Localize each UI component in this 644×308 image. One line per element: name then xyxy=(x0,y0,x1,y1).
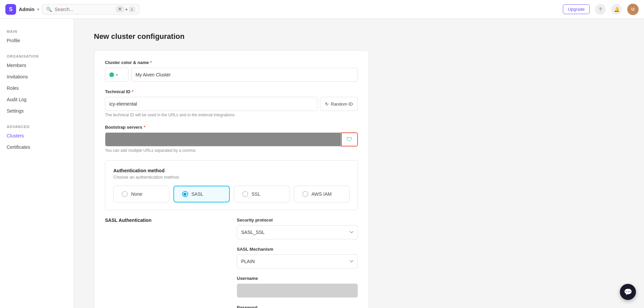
sidebar-item-invitations[interactable]: Invitations xyxy=(0,71,73,82)
sidebar-item-members[interactable]: Members xyxy=(0,60,73,71)
bootstrap-servers-input[interactable] xyxy=(105,132,341,146)
page-title: New cluster configuration xyxy=(94,32,624,41)
main-content: New cluster configuration Cluster color … xyxy=(74,19,644,308)
radio-ssl xyxy=(242,191,248,197)
sasl-mechanism-select[interactable]: PLAIN SCRAM-SHA-256 SCRAM-SHA-512 GSSAPI xyxy=(237,254,358,268)
shortcut-k: k xyxy=(129,7,135,12)
topnav-right: Upgrade ? 🔔 U xyxy=(563,4,639,15)
search-bar[interactable]: 🔍 ⌘ + k xyxy=(42,4,140,14)
topnav: S Admin ▾ 🔍 ⌘ + k Upgrade ? 🔔 U xyxy=(0,0,644,19)
layout: MAIN Profile ORGANISATION Members Invita… xyxy=(0,19,644,308)
color-dot xyxy=(109,72,114,77)
avatar[interactable]: U xyxy=(627,4,639,15)
color-name-row: ▾ xyxy=(105,68,358,82)
auth-section: Authentication method Choose an authenti… xyxy=(105,160,358,210)
auth-method-desc: Choose an authentication method. xyxy=(113,175,350,180)
shortcut-plus: + xyxy=(125,7,128,12)
cluster-name-group: Cluster color & name * ▾ xyxy=(105,60,358,82)
search-input[interactable] xyxy=(55,7,113,12)
admin-label: Admin xyxy=(19,6,35,12)
sidebar-item-audit-log[interactable]: Audit Log xyxy=(0,94,73,105)
radio-dot-sasl xyxy=(183,193,186,196)
topnav-left: S Admin ▾ 🔍 ⌘ + k xyxy=(5,4,139,15)
color-picker-button[interactable]: ▾ xyxy=(105,68,128,82)
required-star-bootstrap: * xyxy=(144,125,145,130)
auth-method-title: Authentication method xyxy=(113,168,350,173)
security-protocol-group: Security protocol SASL_SSL SASL_PLAINTEX… xyxy=(237,218,358,239)
admin-chevron-icon[interactable]: ▾ xyxy=(37,7,39,12)
bootstrap-servers-hint: You can add multiple URLs separated by a… xyxy=(105,148,358,153)
radio-none xyxy=(122,191,128,197)
username-input[interactable] xyxy=(237,284,358,298)
security-protocol-select[interactable]: SASL_SSL SASL_PLAINTEXT PLAINTEXT SSL xyxy=(237,225,358,239)
sidebar-item-profile[interactable]: Profile xyxy=(0,35,73,46)
bootstrap-servers-label: Bootstrap servers * xyxy=(105,125,358,130)
sasl-mechanism-group: SASL Mechanism PLAIN SCRAM-SHA-256 SCRAM… xyxy=(237,247,358,268)
sidebar: MAIN Profile ORGANISATION Members Invita… xyxy=(0,19,74,308)
sidebar-section-organisation: ORGANISATION xyxy=(0,52,73,60)
chat-icon: 💬 xyxy=(624,288,632,296)
cluster-name-input[interactable] xyxy=(131,68,358,82)
sasl-right: Security protocol SASL_SSL SASL_PLAINTEX… xyxy=(237,218,358,308)
technical-id-input[interactable] xyxy=(105,97,317,111)
notifications-button[interactable]: 🔔 xyxy=(611,4,622,15)
auth-option-none[interactable]: None xyxy=(113,186,169,202)
auth-option-sasl[interactable]: SASL xyxy=(173,186,230,202)
auth-option-aws-iam[interactable]: AWS IAM xyxy=(294,186,350,202)
required-star: * xyxy=(150,60,152,65)
bootstrap-row: 🛡 xyxy=(105,132,358,146)
random-id-button[interactable]: ↻ Random ID xyxy=(320,97,358,111)
password-group: Password xyxy=(237,305,358,308)
username-group: Username xyxy=(237,276,358,298)
bootstrap-servers-group: Bootstrap servers * 🛡 You can add multip… xyxy=(105,125,358,153)
shield-validate-button[interactable]: 🛡 xyxy=(341,132,358,146)
logo-icon: S xyxy=(5,4,16,15)
security-protocol-label: Security protocol xyxy=(237,218,358,223)
upgrade-button[interactable]: Upgrade xyxy=(563,4,590,14)
radio-aws-iam xyxy=(302,191,308,197)
tech-id-row: ↻ Random ID xyxy=(105,97,358,111)
refresh-icon: ↻ xyxy=(325,102,329,107)
search-shortcut: ⌘ + k xyxy=(116,6,135,12)
sidebar-item-certificates[interactable]: Certificates xyxy=(0,141,73,153)
technical-id-hint: The technical ID will be used in the URL… xyxy=(105,113,358,117)
sidebar-item-settings[interactable]: Settings xyxy=(0,105,73,117)
radio-sasl xyxy=(182,191,188,197)
sasl-left: SASL Authentication xyxy=(105,218,226,308)
auth-options: None SASL SSL xyxy=(113,186,350,202)
sasl-auth-title: SASL Authentication xyxy=(105,218,226,223)
cluster-name-label: Cluster color & name * xyxy=(105,60,358,65)
required-star-tech: * xyxy=(132,89,133,94)
form-card: Cluster color & name * ▾ Technical ID * xyxy=(94,50,369,308)
username-label: Username xyxy=(237,276,358,281)
shield-icon: 🛡 xyxy=(346,136,353,143)
sidebar-item-clusters[interactable]: Clusters xyxy=(0,130,73,141)
help-button[interactable]: ? xyxy=(595,4,606,15)
password-label: Password xyxy=(237,305,358,308)
sidebar-section-advanced: ADVANCED xyxy=(0,122,73,130)
search-icon: 🔍 xyxy=(46,7,52,12)
color-chevron-icon: ▾ xyxy=(116,73,118,77)
technical-id-group: Technical ID * ↻ Random ID The technical… xyxy=(105,89,358,117)
sasl-section: SASL Authentication Security protocol SA… xyxy=(105,218,358,308)
auth-option-ssl[interactable]: SSL xyxy=(234,186,290,202)
sidebar-item-roles[interactable]: Roles xyxy=(0,82,73,94)
sasl-mechanism-label: SASL Mechanism xyxy=(237,247,358,252)
sidebar-section-main: MAIN xyxy=(0,27,73,35)
technical-id-label: Technical ID * xyxy=(105,89,358,94)
shortcut-cmd: ⌘ xyxy=(116,6,124,12)
chat-bubble-button[interactable]: 💬 xyxy=(620,284,636,300)
